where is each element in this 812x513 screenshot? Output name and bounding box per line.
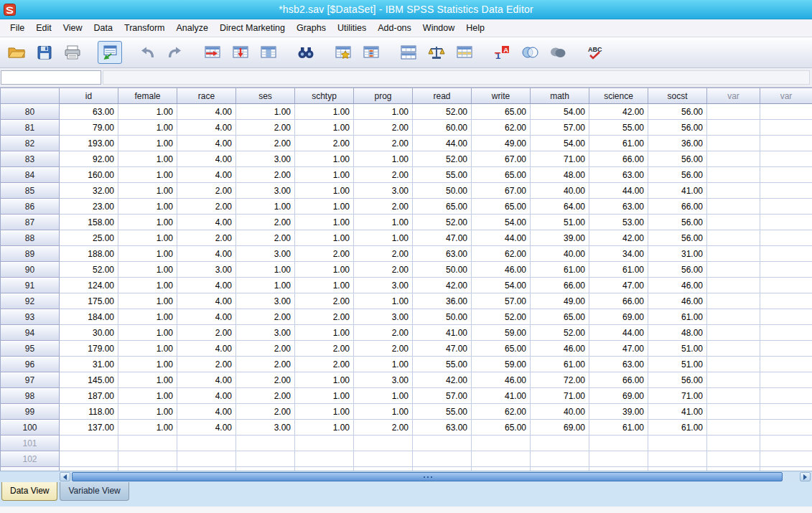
open-data-button[interactable] [4, 41, 29, 64]
column-header-schtyp[interactable]: schtyp [295, 88, 354, 104]
cell-96-write[interactable]: 59.00 [472, 357, 531, 372]
cell-98-female[interactable]: 1.00 [118, 388, 177, 404]
cell-100-prog[interactable]: 2.00 [354, 420, 413, 436]
cell-99-var11[interactable] [707, 404, 760, 420]
cell-98-var11[interactable] [707, 388, 760, 404]
scroll-right-button[interactable] [800, 472, 811, 481]
row-header-85[interactable]: 85 [1, 183, 60, 199]
cell-102-read[interactable] [413, 451, 472, 467]
cell-94-var11[interactable] [707, 325, 760, 341]
menu-item-view[interactable]: View [57, 20, 88, 36]
cell-83-prog[interactable]: 1.00 [354, 151, 413, 167]
cell-82-read[interactable]: 44.00 [413, 136, 472, 151]
cell-95-socst[interactable]: 51.00 [648, 341, 707, 357]
column-header-science[interactable]: science [589, 88, 648, 104]
cell-95-read[interactable]: 47.00 [413, 341, 472, 357]
cell-92-prog[interactable]: 1.00 [354, 293, 413, 309]
cell-97-ses[interactable]: 2.00 [236, 372, 295, 388]
cell-92-read[interactable]: 36.00 [413, 293, 472, 309]
cell-96-science[interactable]: 63.00 [589, 357, 648, 372]
redo-button[interactable] [163, 41, 187, 64]
cell-92-socst[interactable]: 46.00 [648, 293, 707, 309]
cell-99-socst[interactable]: 41.00 [648, 404, 707, 420]
menu-item-file[interactable]: File [4, 20, 30, 36]
cell-92-schtyp[interactable]: 2.00 [295, 293, 354, 309]
cell-101-id[interactable] [60, 436, 118, 451]
cell-87-math[interactable]: 51.00 [531, 215, 589, 230]
cell-97-race[interactable]: 4.00 [177, 372, 236, 388]
cell-91-id[interactable]: 124.00 [60, 278, 118, 293]
cell-95-ses[interactable]: 2.00 [236, 341, 295, 357]
split-file-button[interactable] [396, 41, 421, 64]
menu-item-direct-marketing[interactable]: Direct Marketing [214, 20, 291, 36]
cell-100-socst[interactable]: 61.00 [648, 420, 707, 436]
cell-87-ses[interactable]: 2.00 [236, 215, 295, 230]
cell-89-science[interactable]: 34.00 [589, 246, 648, 262]
cell-89-female[interactable]: 1.00 [118, 246, 177, 262]
cell-80-ses[interactable]: 1.00 [236, 104, 295, 120]
cell-101-math[interactable] [531, 436, 589, 451]
insert-variable-button[interactable] [359, 41, 383, 64]
cell-91-socst[interactable]: 46.00 [648, 278, 707, 293]
cell-99-prog[interactable]: 1.00 [354, 404, 413, 420]
cell-95-id[interactable]: 179.00 [60, 341, 118, 357]
row-header-99[interactable]: 99 [1, 404, 60, 420]
cell-90-schtyp[interactable]: 1.00 [295, 262, 354, 278]
cell-87-read[interactable]: 52.00 [413, 215, 472, 230]
cell-100-write[interactable]: 65.00 [472, 420, 531, 436]
cell-86-female[interactable]: 1.00 [118, 199, 177, 215]
cell-98-socst[interactable]: 71.00 [648, 388, 707, 404]
cell-85-id[interactable]: 32.00 [60, 183, 118, 199]
cell-100-read[interactable]: 63.00 [413, 420, 472, 436]
cell-84-race[interactable]: 4.00 [177, 167, 236, 183]
cell-84-science[interactable]: 63.00 [589, 167, 648, 183]
row-header-88[interactable]: 88 [1, 230, 60, 246]
cell-95-var12[interactable] [760, 341, 812, 357]
cell-101-science[interactable] [589, 436, 648, 451]
cell-88-ses[interactable]: 2.00 [236, 230, 295, 246]
cell-86-id[interactable]: 23.00 [60, 199, 118, 215]
scroll-left-button[interactable] [60, 472, 70, 481]
row-header-102[interactable]: 102 [1, 451, 60, 467]
column-header-ses[interactable]: ses [236, 88, 295, 104]
cell-101-ses[interactable] [236, 436, 295, 451]
cell-85-science[interactable]: 44.00 [589, 183, 648, 199]
cell-96-read[interactable]: 55.00 [413, 357, 472, 372]
cell-90-id[interactable]: 52.00 [60, 262, 118, 278]
cell-96-socst[interactable]: 51.00 [648, 357, 707, 372]
cell-94-socst[interactable]: 48.00 [648, 325, 707, 341]
cell-102-var12[interactable] [760, 451, 812, 467]
cell-102-prog[interactable] [354, 451, 413, 467]
cell-100-math[interactable]: 69.00 [531, 420, 589, 436]
cell-102-socst[interactable] [648, 451, 707, 467]
column-header-prog[interactable]: prog [354, 88, 413, 104]
save-button[interactable] [32, 41, 57, 64]
cell-90-read[interactable]: 50.00 [413, 262, 472, 278]
cell-reference-box[interactable] [1, 70, 101, 85]
cell-87-var12[interactable] [760, 215, 812, 230]
cell-82-id[interactable]: 193.00 [60, 136, 118, 151]
cell-96-schtyp[interactable]: 2.00 [295, 357, 354, 372]
cell-84-ses[interactable]: 2.00 [236, 167, 295, 183]
cell-85-socst[interactable]: 41.00 [648, 183, 707, 199]
cell-91-math[interactable]: 66.00 [531, 278, 589, 293]
cell-87-schtyp[interactable]: 1.00 [295, 215, 354, 230]
cell-97-var12[interactable] [760, 372, 812, 388]
cell-96-race[interactable]: 2.00 [177, 357, 236, 372]
cell-97-science[interactable]: 66.00 [589, 372, 648, 388]
cell-95-race[interactable]: 4.00 [177, 341, 236, 357]
cell-84-female[interactable]: 1.00 [118, 167, 177, 183]
cell-81-var11[interactable] [707, 120, 760, 136]
cell-90-var11[interactable] [707, 262, 760, 278]
cell-84-prog[interactable]: 2.00 [354, 167, 413, 183]
cell-82-var12[interactable] [760, 136, 812, 151]
cell-87-female[interactable]: 1.00 [118, 215, 177, 230]
cell-95-prog[interactable]: 2.00 [354, 341, 413, 357]
row-header-91[interactable]: 91 [1, 278, 60, 293]
row-header-96[interactable]: 96 [1, 357, 60, 372]
cell-88-var11[interactable] [707, 230, 760, 246]
cell-98-science[interactable]: 69.00 [589, 388, 648, 404]
cell-100-race[interactable]: 4.00 [177, 420, 236, 436]
cell-99-ses[interactable]: 2.00 [236, 404, 295, 420]
menu-item-graphs[interactable]: Graphs [291, 20, 332, 36]
